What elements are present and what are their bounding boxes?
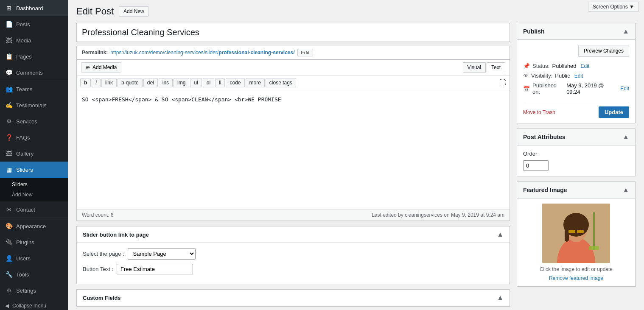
toolbar-italic-button[interactable]: i — [92, 78, 101, 87]
post-attributes-panel-title: Post Attributes — [523, 134, 566, 140]
remove-featured-image-link[interactable]: Remove featured image — [549, 275, 603, 281]
sidebar-item-media[interactable]: 🖼 Media — [0, 32, 68, 48]
toolbar-del-button[interactable]: del — [143, 78, 158, 87]
sidebar-item-label: Posts — [16, 21, 30, 28]
sidebar-item-settings[interactable]: ⚙ Settings — [0, 282, 68, 299]
sidebar-sub-item-sliders[interactable]: Sliders — [7, 179, 68, 190]
svg-rect-10 — [589, 246, 599, 250]
sidebar-sub-item-add-new[interactable]: Add New — [7, 190, 68, 200]
content-wrapper: Permalink: https://luzuk.com/demo/cleani… — [76, 23, 636, 310]
sidebar-item-gallery[interactable]: 🖼 Gallery — [0, 145, 68, 162]
sidebar-item-label: Teams — [16, 86, 32, 92]
sidebar-item-faqs[interactable]: ❓ FAQs — [0, 129, 68, 145]
sidebar-item-sliders[interactable]: ▦ Sliders — [0, 162, 68, 178]
custom-fields-meta-box-header[interactable]: Custom Fields ▲ — [77, 290, 510, 306]
post-title-input[interactable] — [77, 23, 510, 42]
published-on-edit-link[interactable]: Edit — [620, 86, 629, 92]
permalink-row: Permalink: https://luzuk.com/demo/cleani… — [76, 46, 510, 59]
toolbar-ul-button[interactable]: ul — [190, 78, 202, 87]
featured-image-panel-header[interactable]: Featured Image ▲ — [517, 182, 635, 198]
sidebar-item-services[interactable]: ⚙ Services — [0, 113, 68, 129]
toolbar-bold-button[interactable]: b — [80, 78, 91, 87]
sidebar-item-label: Testimonials — [16, 102, 47, 109]
featured-image-panel: Featured Image ▲ — [517, 182, 636, 287]
toolbar-link-button[interactable]: link — [101, 78, 117, 87]
slider-button-meta-box-content: Select the page : Sample Page Home About… — [77, 243, 510, 284]
sidebar-submenu-sliders: Sliders Add New — [0, 178, 68, 201]
toolbar-bquote-button[interactable]: b-quote — [118, 78, 143, 87]
fullscreen-button[interactable]: ⛶ — [499, 79, 506, 87]
visibility-row: 👁 Visibility: Public Edit — [523, 71, 629, 81]
sidebar-item-label: Sliders — [16, 167, 33, 173]
order-input[interactable] — [523, 160, 549, 171]
users-icon: 👤 — [5, 254, 13, 262]
select-page-label: Select the page : — [83, 251, 124, 257]
app-wrapper: Dashboard 📄 Posts 🖼 Media 📋 Pages 💬 Comm… — [0, 0, 644, 310]
sidebar-item-label: Plugins — [16, 239, 34, 246]
publish-panel-header[interactable]: Publish ▲ — [517, 23, 635, 40]
sidebar-item-contact[interactable]: ✉ Contact — [0, 201, 68, 218]
toolbar-more-button[interactable]: more — [246, 78, 265, 87]
toolbar-img-button[interactable]: img — [174, 78, 189, 87]
tab-visual[interactable]: Visual — [463, 62, 486, 73]
slider-button-meta-box-header[interactable]: Slider button link to page ▲ — [77, 226, 510, 243]
update-button[interactable]: Update — [599, 106, 629, 118]
sidebar-item-pages[interactable]: 📋 Pages — [0, 48, 68, 64]
view-tabs: Visual Text — [463, 62, 505, 73]
posts-icon: 📄 — [5, 20, 13, 28]
screen-options-button[interactable]: Screen Options ▼ — [588, 2, 639, 12]
custom-fields-toggle-icon: ▲ — [497, 294, 504, 302]
custom-fields-meta-box: Custom Fields ▲ — [76, 289, 510, 307]
visibility-edit-link[interactable]: Edit — [574, 73, 583, 79]
move-to-trash-link[interactable]: Move to Trash — [523, 109, 555, 115]
editor-area: Permalink: https://luzuk.com/demo/cleani… — [76, 23, 510, 310]
select-page-dropdown[interactable]: Sample Page Home About Contact — [128, 248, 196, 260]
post-attributes-panel: Post Attributes ▲ Order — [517, 128, 636, 176]
publish-panel: Publish ▲ Preview Changes 📌 Status: Publ… — [517, 23, 636, 123]
sidebar-item-plugins[interactable]: 🔌 Plugins — [0, 234, 68, 250]
sidebar-item-label: Settings — [16, 288, 36, 294]
faqs-icon: ❓ — [5, 134, 13, 141]
featured-image-panel-content: Click the image to edit or update Remove… — [517, 198, 635, 286]
post-attributes-panel-header[interactable]: Post Attributes ▲ — [517, 129, 635, 145]
toolbar-li-button[interactable]: li — [215, 78, 225, 87]
preview-changes-button[interactable]: Preview Changes — [578, 45, 629, 57]
featured-image-svg — [542, 204, 610, 263]
sidebar-item-users[interactable]: 👤 Users — [0, 250, 68, 266]
sidebar-item-label: Users — [16, 255, 31, 262]
sidebar-item-testimonials[interactable]: ✍ Testimonials — [0, 97, 68, 113]
toolbar-ol-button[interactable]: ol — [203, 78, 214, 87]
sidebar-section-custom: 👥 Teams ✍ Testimonials ⚙ Services ❓ FAQs… — [0, 81, 68, 218]
permalink-link[interactable]: https://luzuk.com/demo/cleaning-services… — [110, 50, 294, 56]
page-header: Edit Post Add New — [76, 4, 636, 17]
editor-toolbar-buttons: b i link b-quote del ins img ul ol li co… — [77, 75, 510, 90]
collapse-icon: ◀ — [5, 303, 9, 309]
teams-icon: 👥 — [5, 85, 13, 93]
tools-icon: 🔧 — [5, 271, 13, 278]
sidebar-item-dashboard[interactable]: Dashboard — [0, 0, 68, 16]
publish-panel-title: Publish — [523, 28, 545, 35]
status-edit-link[interactable]: Edit — [581, 63, 590, 69]
sidebar-item-comments[interactable]: 💬 Comments — [0, 64, 68, 81]
toolbar-ins-button[interactable]: ins — [159, 78, 173, 87]
button-text-input[interactable] — [117, 264, 193, 274]
right-sidebar: Publish ▲ Preview Changes 📌 Status: Publ… — [517, 23, 636, 310]
add-new-button[interactable]: Add New — [119, 6, 149, 17]
editor-footer: Word count: 6 Last edited by cleaningser… — [77, 209, 510, 221]
last-edited-text: Last edited by cleaningservices on May 9… — [372, 212, 504, 218]
toolbar-code-button[interactable]: code — [226, 78, 244, 87]
permalink-edit-button[interactable]: Edit — [297, 49, 313, 56]
tab-text[interactable]: Text — [487, 62, 505, 73]
sidebar-item-teams[interactable]: 👥 Teams — [0, 81, 68, 97]
collapse-menu-button[interactable]: ◀ Collapse menu — [0, 299, 68, 310]
editor-content[interactable]: SO <span>FRESH</span> & SO <span>CLEAN</… — [77, 90, 510, 209]
gallery-icon: 🖼 — [5, 150, 13, 157]
sidebar-item-appearance[interactable]: 🎨 Appearance — [0, 218, 68, 234]
sidebar-item-tools[interactable]: 🔧 Tools — [0, 266, 68, 282]
permalink-url-bold: professional-cleaning-services/ — [218, 50, 294, 56]
sidebar-item-posts[interactable]: 📄 Posts — [0, 16, 68, 32]
add-media-button[interactable]: ⊕ Add Media — [81, 62, 121, 73]
featured-image-placeholder[interactable] — [542, 204, 610, 263]
sidebar-item-label: Comments — [16, 70, 43, 76]
toolbar-close-tags-button[interactable]: close tags — [266, 78, 296, 87]
